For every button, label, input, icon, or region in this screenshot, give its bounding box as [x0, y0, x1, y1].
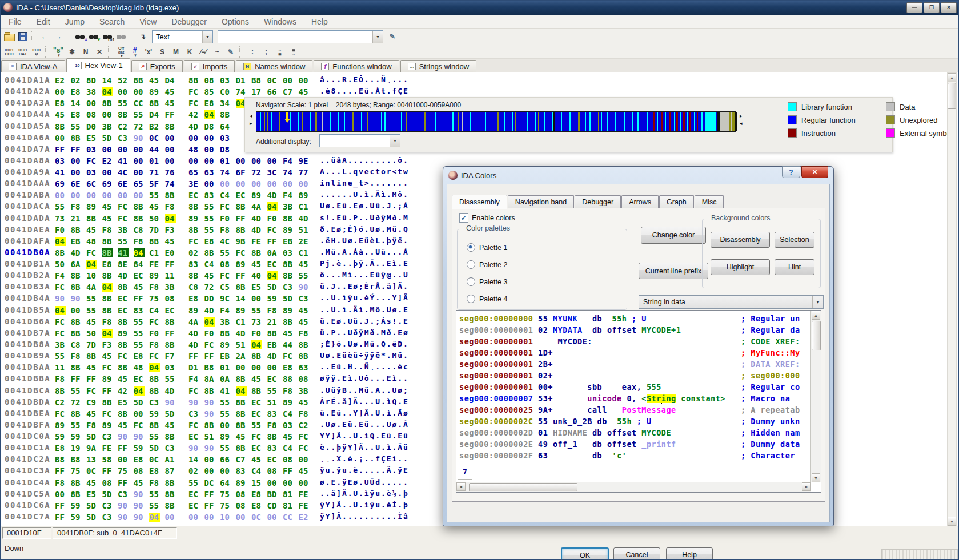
preview-line[interactable]: seg000:0000002C 55 unk_0_2B db 55h ; U; …: [459, 417, 808, 428]
scroll-down-icon[interactable]: ▼: [812, 473, 820, 482]
additional-display-select[interactable]: ▼: [319, 134, 400, 147]
dialog-tab-navigation-band[interactable]: Navigation band: [508, 195, 574, 208]
navigator-left-buttons[interactable]: ◂▸: [250, 112, 252, 127]
dialog-help-button[interactable]: ?: [782, 166, 800, 178]
preview-line[interactable]: seg000:00000001 MYCODE:; CODE XREF:: [459, 337, 808, 348]
char-icon[interactable]: 'x': [142, 46, 155, 58]
scroll-down-icon[interactable]: ▼: [948, 517, 956, 526]
scroll-up-icon[interactable]: ▲: [948, 73, 956, 82]
menu-item-jump[interactable]: Jump: [58, 16, 92, 27]
delete-icon[interactable]: ✕: [93, 46, 106, 58]
maximize-button[interactable]: ❐: [924, 2, 940, 13]
search-text-icon[interactable]: [115, 31, 127, 43]
make-array-icon[interactable]: ✱: [66, 46, 78, 58]
dialog-tab-graph[interactable]: Graph: [659, 195, 694, 208]
preview-line[interactable]: seg000:00000025 9A+ call PostMessage; A …: [459, 405, 808, 417]
chevron-down-icon[interactable]: ▼: [390, 135, 400, 147]
chevron-down-icon[interactable]: ▼: [812, 296, 823, 308]
chevron-down-icon[interactable]: ▼: [202, 31, 212, 43]
dialog-close-button[interactable]: ✕: [801, 166, 828, 178]
radio-icon[interactable]: [467, 243, 475, 252]
preview-line[interactable]: seg000:0000002E 49 off_1 db offset _prin…: [459, 440, 808, 451]
enable-colors-row[interactable]: ✓ Enable colors: [459, 213, 515, 223]
chevron-down-icon[interactable]: ▼: [57, 54, 61, 57]
preview-line[interactable]: seg000:00000007 53+ unicode 0, <String c…: [459, 394, 808, 405]
scrollbar-thumb[interactable]: [469, 483, 577, 491]
tilde-icon[interactable]: ~: [211, 46, 223, 58]
close-button[interactable]: ✕: [941, 2, 957, 13]
radio-icon[interactable]: [467, 260, 475, 269]
semicolon-comment-icon[interactable]: ;: [260, 46, 272, 58]
menu-item-search[interactable]: Search: [92, 16, 132, 27]
palette-radio-2[interactable]: Palette 2: [467, 260, 507, 269]
preview-hscrollbar[interactable]: ◄ ►: [456, 482, 811, 492]
undefine-icon[interactable]: 0101⊘: [30, 46, 43, 58]
disassembly-preview[interactable]: seg000:00000000 55 MYUNK db 55h ; U; Reg…: [456, 310, 821, 493]
edit-function-icon[interactable]: ✎: [224, 46, 237, 58]
tab-ida-view-a[interactable]: ≡IDA View-A: [1, 60, 65, 72]
tab-exports[interactable]: ↗Exports: [131, 60, 183, 72]
dialog-tab-debugger[interactable]: Debugger: [575, 195, 621, 208]
segment-icon[interactable]: S: [156, 46, 168, 58]
highlight-bg-button[interactable]: Highlight: [711, 259, 770, 275]
make-string-icon[interactable]: "s"▼: [52, 46, 65, 58]
ok-button[interactable]: OK: [561, 547, 609, 560]
radio-icon[interactable]: [467, 277, 475, 286]
palette-radio-1[interactable]: Palette 1: [467, 243, 507, 252]
colon-comment-icon[interactable]: :: [246, 46, 259, 58]
tab-names-window[interactable]: NNames window: [236, 60, 312, 72]
preview-line[interactable]: seg000:00000001 02+; seg000:000: [459, 371, 808, 382]
preview-line[interactable]: seg000:00000001 02 MYDATA db offset MYCO…: [459, 325, 808, 337]
menu-item-edit[interactable]: Edit: [29, 16, 58, 27]
command-select[interactable]: ▼: [218, 30, 383, 43]
tab-strings-window[interactable]: …Strings window: [400, 60, 476, 72]
scroll-right-icon[interactable]: ►: [802, 482, 811, 491]
stack-variable-icon[interactable]: K: [183, 46, 196, 58]
navigator-right-buttons[interactable]: ▸◂: [740, 112, 743, 127]
dialog-tab-misc[interactable]: Misc: [695, 195, 724, 208]
palette-radio-4[interactable]: Palette 4: [467, 295, 507, 303]
chevron-down-icon[interactable]: ▼: [134, 54, 137, 57]
dialog-tab-arrows[interactable]: Arrows: [621, 195, 659, 208]
xref-from-icon[interactable]: →≣: [274, 46, 286, 58]
resize-grip[interactable]: [881, 549, 958, 559]
jump-address-icon[interactable]: ↴: [137, 31, 149, 43]
scroll-left-icon[interactable]: ◄: [456, 482, 466, 491]
make-code-icon[interactable]: 0101COD: [3, 46, 15, 58]
palette-radio-3[interactable]: Palette 3: [467, 277, 507, 286]
hex-row[interactable]: 0041DA1AE2028D14528B45D48B0803D1B80C0000…: [0, 75, 959, 87]
number-icon[interactable]: #▼: [129, 46, 141, 58]
menu-item-file[interactable]: File: [1, 16, 29, 27]
preview-line[interactable]: seg000:00000000 55 MYUNK db 55h ; U; Reg…: [459, 314, 808, 325]
dialog-title-bar[interactable]: IDA Colors: [443, 167, 833, 184]
help-button[interactable]: Help: [666, 547, 713, 560]
navigate-forward-icon[interactable]: →: [52, 31, 65, 43]
scrollbar-thumb[interactable]: [948, 83, 956, 109]
menu-item-view[interactable]: View: [132, 16, 164, 27]
navigate-back-icon[interactable]: ←: [38, 31, 51, 43]
search-binary-icon[interactable]: 101: [101, 31, 114, 43]
menu-item-options[interactable]: Options: [214, 16, 256, 27]
menu-item-debugger[interactable]: Debugger: [164, 16, 214, 27]
disassembly-bg-button[interactable]: Disassembly: [711, 232, 770, 248]
tab-hex-view-1[interactable]: 10Hex View-1: [66, 58, 130, 72]
search-immediate-icon[interactable]: #: [74, 31, 86, 43]
menu-item-help[interactable]: Help: [304, 16, 335, 27]
struct-icon[interactable]: ⁄−⁄: [197, 46, 210, 58]
scrollbar-thumb[interactable]: [812, 321, 821, 350]
menu-item-windows[interactable]: Windows: [256, 16, 304, 27]
change-color-button[interactable]: Change color: [641, 227, 706, 244]
preview-line[interactable]: seg000:00000001 1D+; MyFunc::My: [459, 348, 808, 360]
dialog-tab-disassembly[interactable]: Disassembly: [452, 195, 507, 209]
xref-to-icon[interactable]: ≣→: [287, 46, 300, 58]
minimize-button[interactable]: —: [906, 2, 922, 13]
tab-functions-window[interactable]: fFunctions window: [314, 60, 399, 72]
preview-line[interactable]: seg000:00000001 00+ sbb eax, 555; Regula…: [459, 382, 808, 394]
tab-imports[interactable]: ↙Imports: [184, 60, 235, 72]
open-file-icon[interactable]: [3, 31, 15, 43]
preview-line[interactable]: seg000:00000001 2B+; DATA XREF:: [459, 360, 808, 371]
current-line-prefix-button[interactable]: Current line prefix: [639, 263, 708, 279]
color-item-select[interactable]: String in data ▼: [639, 295, 824, 309]
edit-pencil-icon[interactable]: ✎: [386, 31, 399, 43]
hex-view-scrollbar[interactable]: ▲ ▼: [947, 72, 957, 526]
